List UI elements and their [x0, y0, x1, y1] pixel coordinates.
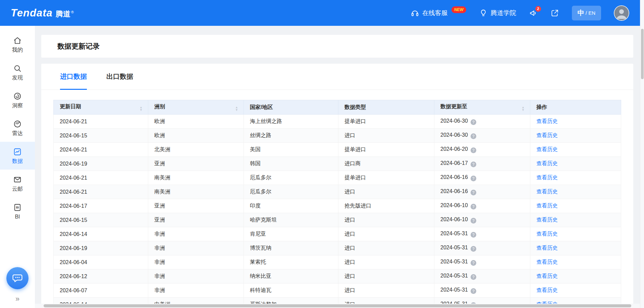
sidebar-item-discover[interactable]: 发现: [0, 58, 35, 86]
view-history-link[interactable]: 查看历史: [536, 175, 558, 180]
chat-fab-button[interactable]: [6, 267, 29, 289]
chat-bubble-icon: [12, 272, 23, 284]
tab-export[interactable]: 出口数据: [106, 64, 133, 89]
cell-action: 查看历史: [530, 241, 621, 255]
customer-service-button[interactable]: 在线客服 NEW: [411, 9, 466, 17]
discover-icon: [13, 64, 22, 73]
language-toggle[interactable]: 中 / EN: [572, 6, 601, 20]
cell-country: 莱索托: [244, 255, 338, 269]
view-history-link[interactable]: 查看历史: [536, 273, 558, 279]
help-icon[interactable]: [471, 147, 476, 153]
column-label: 国家/地区: [250, 104, 273, 110]
view-history-link[interactable]: 查看历史: [536, 203, 558, 208]
help-icon[interactable]: [471, 232, 476, 238]
view-history-link[interactable]: 查看历史: [536, 146, 558, 152]
cell-updated-to: 2024-05-31: [434, 269, 530, 284]
sidebar-item-bi[interactable]: BI BI: [0, 197, 35, 225]
sidebar-item-radar[interactable]: 雷达: [0, 114, 35, 142]
tab-label: 进口数据: [60, 72, 87, 81]
view-history-link[interactable]: 查看历史: [536, 189, 558, 194]
avatar[interactable]: [614, 5, 629, 21]
sidebar-collapse-button[interactable]: »: [15, 295, 19, 303]
vertical-scrollbar: [640, 0, 644, 308]
help-icon[interactable]: [471, 274, 476, 280]
help-icon[interactable]: [471, 133, 476, 139]
cell-continent: 非洲: [148, 241, 244, 255]
column-header-5[interactable]: 数据更新至▲▼: [434, 100, 530, 115]
cell-update-date: 2024-06-19: [54, 241, 148, 255]
cell-action: 查看历史: [530, 129, 621, 143]
cell-continent: 欧洲: [148, 129, 244, 143]
expand-button[interactable]: [550, 9, 559, 17]
table-row: 2024-06-15 亚洲 哈萨克斯坦 进口 2024-06-10 查看历史: [54, 213, 621, 227]
cell-updated-to: 2024-06-16: [434, 171, 530, 185]
sidebar-item-insight[interactable]: 洞察: [0, 86, 35, 114]
cell-action: 查看历史: [530, 143, 621, 157]
user-silhouette-icon: [614, 6, 629, 20]
cell-continent: 北美洲: [148, 143, 244, 157]
cell-updated-to: 2024-05-31: [434, 284, 530, 298]
help-icon[interactable]: [471, 119, 476, 125]
announcement-button[interactable]: 2: [529, 9, 538, 17]
help-icon[interactable]: [471, 204, 476, 209]
external-link-icon: [550, 9, 559, 17]
cell-data-type: 进口: [338, 255, 434, 269]
cell-updated-to: 2024-06-16: [434, 185, 530, 199]
help-icon[interactable]: [471, 260, 476, 266]
column-header-2[interactable]: 洲别▲▼: [148, 100, 244, 115]
view-history-link[interactable]: 查看历史: [536, 287, 558, 293]
cell-data-type: 进口商: [338, 157, 434, 171]
cell-update-date: 2024-06-21: [54, 185, 148, 199]
sort-carets-icon[interactable]: ▲▼: [522, 106, 525, 111]
tendata-logo: Tendata 腾道 ®: [11, 7, 74, 19]
view-history-link[interactable]: 查看历史: [536, 259, 558, 265]
view-history-link[interactable]: 查看历史: [536, 118, 558, 124]
view-history-link[interactable]: 查看历史: [536, 217, 558, 223]
cell-continent: 非洲: [148, 255, 244, 269]
help-icon[interactable]: [471, 176, 476, 181]
table-body: 2024-06-21 欧洲 海上丝绸之路 提单进口 2024-06-30 查看历…: [54, 115, 621, 308]
tab-label: 出口数据: [106, 72, 133, 81]
view-history-link[interactable]: 查看历史: [536, 161, 558, 166]
sidebar-item-data[interactable]: 数据: [0, 142, 35, 170]
sidebar-item-mail[interactable]: 云邮: [0, 170, 35, 197]
view-history-link[interactable]: 查看历史: [536, 245, 558, 251]
help-icon[interactable]: [471, 190, 476, 195]
sidebar-item-home[interactable]: 我的: [0, 30, 35, 58]
help-icon[interactable]: [471, 288, 476, 294]
mail-icon: [13, 175, 22, 184]
horizontal-scrollbar: [35, 304, 640, 308]
vertical-scrollbar-thumb[interactable]: [641, 29, 644, 79]
cell-data-type: 提单进口: [338, 171, 434, 185]
cell-updated-to: 2024-06-10: [434, 199, 530, 213]
table-row: 2024-06-21 南美洲 厄瓜多尔 进口 2024-06-16 查看历史: [54, 185, 621, 199]
view-history-link[interactable]: 查看历史: [536, 231, 558, 237]
cell-updated-to: 2024-05-31: [434, 255, 530, 269]
help-icon[interactable]: [471, 246, 476, 252]
cell-country: 韩国: [244, 157, 338, 171]
table-row: 2024-06-19 亚洲 韩国 进口商 2024-06-17 查看历史: [54, 157, 621, 171]
sidebar-item-label: 雷达: [12, 131, 23, 136]
cell-country: 博茨瓦纳: [244, 241, 338, 255]
column-label: 数据类型: [344, 104, 366, 110]
view-history-link[interactable]: 查看历史: [536, 132, 558, 138]
sort-carets-icon[interactable]: ▲▼: [235, 106, 238, 111]
column-header-6: 操作: [530, 100, 621, 115]
help-icon[interactable]: [471, 162, 476, 167]
tab-import[interactable]: 进口数据: [60, 64, 87, 89]
sidebar-nav: 我的 发现 洞察 雷达 数据 云邮 BI BI: [0, 30, 35, 225]
sort-carets-icon[interactable]: ▲▼: [140, 106, 143, 111]
cell-update-date: 2024-06-17: [54, 199, 148, 213]
cell-country: 哈萨克斯坦: [244, 213, 338, 227]
sidebar-item-label: 洞察: [12, 103, 23, 108]
academy-button[interactable]: 腾道学院: [479, 9, 516, 17]
table-row: 2024-06-21 欧洲 海上丝绸之路 提单进口 2024-06-30 查看历…: [54, 115, 621, 129]
cell-updated-to: 2024-06-30: [434, 115, 530, 129]
home-icon: [13, 36, 22, 45]
help-icon[interactable]: [471, 218, 476, 224]
column-header-1[interactable]: 更新日期▲▼: [54, 100, 148, 115]
horizontal-scrollbar-thumb[interactable]: [44, 304, 631, 307]
lightbulb-icon: [479, 9, 488, 17]
cell-action: 查看历史: [530, 199, 621, 213]
column-label: 更新日期: [60, 104, 81, 109]
